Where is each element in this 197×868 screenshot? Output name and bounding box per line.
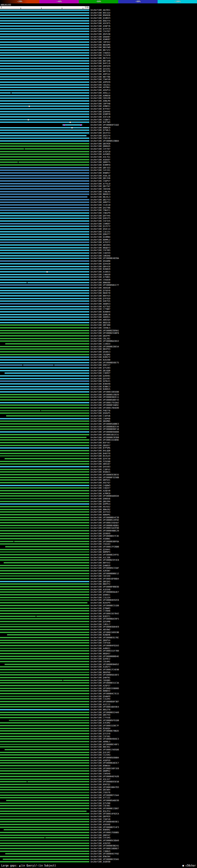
hit-label[interactable]: UniRef100_UPI00005A0BE3 (91, 423, 119, 426)
hit-label[interactable]: UniRef100_Q752B3 (91, 367, 110, 370)
hit-row[interactable]: UniRef100_C7YVS6 (0, 716, 197, 719)
hit-label[interactable]: UniRef100_C4QYE9 (91, 252, 110, 255)
hit-label[interactable]: UniRef100_B6T1H6 (91, 60, 110, 63)
hit-label[interactable]: UniRef100_Q0V4I8 (91, 266, 110, 268)
hit-label[interactable]: UniRef100_Q6F460 (91, 324, 110, 327)
hit-label[interactable]: UniRef100_B6SGM5 (91, 44, 110, 46)
hit-label[interactable]: UniRef100_UPI00003B2E11 (91, 396, 119, 399)
hit-row[interactable]: UniRef100_A1D3X8 (0, 588, 197, 591)
hit-label[interactable]: UniRef100_UPI0000F2AB5C (91, 404, 119, 407)
hit-label[interactable]: UniRef100_A5DPG9 (91, 759, 110, 762)
hit-label[interactable]: UniRef100_A1DGF3 (91, 666, 110, 669)
hit-label[interactable]: UniRef100_C7Z0A6 (91, 610, 110, 613)
hit-row[interactable]: UniRef100_C4Y7D7 (0, 148, 197, 151)
hit-row[interactable]: UniRef100_UPI0000E9176C (0, 637, 197, 639)
hit-row[interactable]: UniRef100_C0RZK8 (0, 255, 197, 257)
hit-row[interactable]: UniRef100_B5FYA7 (0, 441, 197, 444)
hit-label[interactable]: UniRef100_A9NK51 (91, 105, 110, 108)
hit-label[interactable]: UniRef100_C5DPV7 (91, 180, 110, 183)
hit-row[interactable]: UniRef100_UPI0000F06B3D (0, 586, 197, 588)
hit-row[interactable]: UniRef100_B6T766 (0, 76, 197, 79)
hit-row[interactable]: UniRef100_UPI00004C7E15 (0, 692, 197, 695)
hit-label[interactable]: UniRef100_C6H3X6 (91, 188, 110, 191)
hit-row[interactable]: UniRef100_B9I1G4 (0, 12, 197, 14)
hit-label[interactable]: UniRef100_C4JVR3 (91, 754, 110, 756)
hit-row[interactable]: UniRef100_UPI0000D9A666 (0, 431, 197, 434)
hit-row[interactable]: UniRef100_Q0CQX5 (0, 581, 197, 583)
hit-label[interactable]: UniRef100_UPI00015B5EB8 (91, 391, 119, 394)
hit-label[interactable]: UniRef100_Q55YR7 (91, 377, 110, 380)
hit-label[interactable]: UniRef100_B4FYW3 (91, 121, 110, 124)
hit-label[interactable]: UniRef100_B7P5M5 (91, 447, 110, 450)
hit-row[interactable]: UniRef100_A5DVK6 (0, 823, 197, 826)
hit-row[interactable]: UniRef100_B4JGZ4 (0, 455, 197, 458)
hit-row[interactable]: UniRef100_A4S8D5 (0, 153, 197, 156)
hit-row[interactable]: UniRef100_B3RMF8 (0, 164, 197, 166)
hit-label[interactable]: UniRef100_UPI0000E70B2E (91, 730, 119, 733)
hit-row[interactable]: UniRef100_UPI0000EE24A9 (0, 711, 197, 714)
hit-row[interactable]: UniRef100_B0XPK8 (0, 671, 197, 674)
hit-label[interactable]: UniRef100_A6R2Q4 (91, 319, 110, 321)
hit-label[interactable]: UniRef100_B6TZ76 (91, 70, 110, 73)
hit-row[interactable]: UniRef100_UPI000069DF18 (0, 428, 197, 431)
hit-label[interactable]: UniRef100_UPI00017E60B5 (91, 831, 119, 834)
hit-label[interactable]: UniRef100_UPI00015A3F88 (91, 527, 119, 530)
hit-label[interactable]: UniRef100_C5FIV5 (91, 220, 110, 223)
hit-row[interactable]: UniRef100_B8NDV2 (0, 690, 197, 692)
hit-label[interactable]: UniRef100_A9TRK1 (91, 86, 110, 89)
hit-label[interactable]: UniRef100_A6S9W2 (91, 628, 110, 631)
hit-label[interactable]: UniRef100_UPI0000F06B3D (91, 586, 119, 588)
hit-row[interactable]: UniRef100_UPI000023D9A1 (0, 330, 197, 332)
hit-label[interactable]: UniRef100_Q5B8S1 (91, 594, 110, 596)
hit-label[interactable]: UniRef100_C5DFV8 (91, 818, 110, 821)
hit-label[interactable]: UniRef100_C0RZK8 (91, 255, 110, 257)
hit-row[interactable]: UniRef100_A5DPG9 (0, 759, 197, 762)
hit-label[interactable]: UniRef100_Q6GD57 (91, 444, 110, 447)
hit-label[interactable]: UniRef100_UPI0001554B9E (91, 439, 119, 441)
hit-row[interactable]: UniRef100_Q3HVH5 (0, 111, 197, 113)
hit-label[interactable]: UniRef100_B8MML2 (91, 239, 110, 241)
hit-row[interactable]: UniRef100_Q6GIM4 (0, 500, 197, 503)
hit-label[interactable]: UniRef100_UPI00005E08B4 (91, 756, 119, 759)
hit-row[interactable]: UniRef100_Q6UFM7 (0, 335, 197, 338)
hit-label[interactable]: UniRef100_Q10RZ3 (91, 17, 110, 20)
hit-label[interactable]: UniRef100_A5DL16 (91, 175, 110, 177)
hit-label[interactable]: UniRef100_UPI0000D8F3B7 (91, 701, 119, 703)
hit-label[interactable]: UniRef100_B6Q5I6 (91, 321, 110, 324)
hit-label[interactable]: UniRef100_C8VQB5 (91, 679, 110, 682)
hit-label[interactable]: UniRef100_Q92574 (91, 134, 110, 137)
hit-label[interactable]: UniRef100_Q7PZG9 (91, 298, 110, 300)
hit-label[interactable]: UniRef100_Q00X75 (91, 161, 110, 164)
hit-row[interactable]: UniRef100_A3LSV7 (0, 778, 197, 781)
hit-row[interactable]: UniRef100_A1DB15 (0, 271, 197, 273)
hit-label[interactable]: UniRef100_B9H9Z6 (91, 14, 110, 17)
hit-row[interactable]: UniRef100_C6L261 (0, 338, 197, 340)
hit-label[interactable]: UniRef100_UPI0000E80F6A (91, 540, 119, 543)
hit-row[interactable]: UniRef100_C9WJC1 (0, 209, 197, 212)
hit-label[interactable]: UniRef100_C7YVS6 (91, 716, 110, 719)
hit-label[interactable]: UniRef100_UPI00015E7B42 (91, 613, 119, 615)
hit-label[interactable]: UniRef100_B2W8U9 (91, 268, 110, 271)
hit-row[interactable]: UniRef100_A7QTC0 (0, 151, 197, 153)
hit-label[interactable]: UniRef100_UPI00006B0D4E (91, 655, 119, 658)
hit-label[interactable]: UniRef100_Q5UB13 (91, 351, 110, 353)
hit-label[interactable]: UniRef100_UPI0000D93E5B (91, 780, 119, 783)
hit-label[interactable]: UniRef100_UPI0000E13D67 (91, 807, 119, 810)
hit-row[interactable]: UniRef100_UPI00016E2C51 (0, 434, 197, 436)
hit-label[interactable]: UniRef100_C9S4M1 (91, 660, 110, 663)
hit-row[interactable]: UniRef100_A1DGF3 (0, 666, 197, 669)
hit-row[interactable]: UniRef100_B2AVP9 (0, 602, 197, 604)
hit-label[interactable]: UniRef100_UPI0000519B84 (91, 140, 119, 143)
hit-label[interactable]: UniRef100_A032K5 (91, 244, 110, 247)
hit-row[interactable]: UniRef100_UPI0001554B9E (0, 439, 197, 441)
hit-row[interactable]: UniRef100_UPI0000E70B2E (0, 730, 197, 733)
hit-label[interactable]: UniRef100_A9RB38 (91, 95, 110, 97)
hit-label[interactable]: UniRef100_Q9UYJ7 (91, 364, 110, 367)
hit-label[interactable]: UniRef100_Q9AH87 (91, 36, 110, 38)
hit-row[interactable]: UniRef100_UPI000156F1E8 (0, 767, 197, 770)
hit-label[interactable]: UniRef100_A7EXM2 (91, 722, 110, 724)
hit-label[interactable]: UniRef100_C1BFU1 (91, 468, 110, 471)
hit-row[interactable]: UniRef100_UPI0001528C7F (0, 724, 197, 727)
hit-label[interactable]: UniRef100_B6SYW9 (91, 46, 110, 49)
hit-row[interactable]: UniRef100_C4JVR3 (0, 754, 197, 756)
